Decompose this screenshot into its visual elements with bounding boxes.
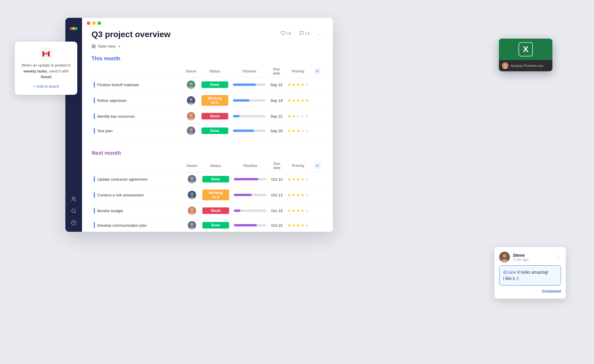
next-month-table: Owner Status Timeline Due date Priority … (92, 160, 323, 232)
col-status: Status (199, 65, 231, 78)
task-name-cell: Test plan (92, 124, 183, 138)
timeline-bar (234, 224, 257, 226)
timeline-bar-container (233, 99, 266, 102)
owner-cell (183, 78, 199, 92)
timeline-bar-container (234, 209, 267, 212)
star-4: ★ (301, 82, 305, 87)
timeline-bar (233, 115, 240, 117)
star-3: ★ (296, 177, 300, 182)
excel-footer: Analysis Pinterest.xlsx (499, 60, 552, 71)
extra-cell (311, 172, 323, 187)
svg-point-19 (190, 114, 193, 117)
maximize-button[interactable] (97, 21, 101, 25)
task-border (94, 222, 95, 228)
table-row[interactable]: Identify key resources Stuck (92, 109, 323, 124)
status-cell: Working on it (199, 92, 231, 109)
timeline-cell (231, 92, 268, 109)
status-badge: Done (202, 222, 229, 229)
star-5: ★ (305, 128, 309, 133)
owner-cell (184, 172, 200, 187)
table-row[interactable]: Conduct a risk assessment Working on it (92, 187, 323, 204)
table-row[interactable]: Update contractor agreement Done (92, 172, 323, 187)
due-date-cell: Sep 15 (268, 78, 285, 92)
reactions-button[interactable]: / 0 (278, 30, 293, 37)
owner-cell (183, 124, 199, 138)
more-button[interactable]: ... (315, 30, 323, 37)
svg-point-13 (190, 82, 193, 85)
svg-rect-8 (92, 45, 93, 46)
sidebar-bottom (70, 195, 78, 227)
task-border (94, 97, 95, 103)
this-month-section: This month Owner Status Timeline Due dat… (92, 56, 323, 138)
timeline-cell (231, 109, 268, 124)
extra-cell (311, 218, 323, 232)
star-2: ★ (292, 82, 296, 87)
reactions-count: / 0 (286, 31, 291, 36)
comments-button[interactable]: / 1 (297, 30, 312, 37)
table-row[interactable]: Refine objectives Working on it (92, 92, 323, 109)
task-name-cell: Identify key resources (92, 109, 183, 124)
comment-menu-button[interactable]: ⋮ (556, 254, 561, 260)
extra-cell (311, 92, 323, 109)
help-icon[interactable] (70, 219, 78, 227)
star-1: ★ (287, 98, 291, 103)
task-name: Identify key resources (97, 114, 135, 119)
owner-cell (183, 109, 199, 124)
status-badge: Working on it (202, 190, 229, 200)
table-row[interactable]: Test plan Done (92, 124, 323, 138)
task-name: Refine objectives (97, 98, 127, 103)
priority-stars: ★★★★★ (287, 177, 309, 182)
star-1: ★ (287, 114, 291, 119)
timeline-bar-container (233, 83, 266, 86)
star-3: ★ (296, 223, 300, 228)
owner-cell (184, 204, 200, 218)
star-3: ★ (296, 193, 300, 197)
gmail-integration-card: When an update is posted in weekly tasks… (15, 42, 77, 95)
star-5: ★ (305, 208, 309, 213)
table-row[interactable]: Monitor budget Stuck (92, 204, 323, 218)
star-2: ★ (292, 128, 296, 133)
priority-cell: ★★★★★ (285, 109, 311, 124)
owner-avatar (188, 175, 196, 183)
star-2: ★ (292, 177, 296, 182)
comment-submit-button[interactable]: Comment (542, 289, 561, 294)
app-logo (69, 23, 78, 32)
people-icon[interactable] (70, 195, 78, 203)
owner-avatar (187, 96, 195, 105)
task-name: Test plan (97, 129, 113, 133)
view-selector[interactable]: Table view (92, 44, 323, 48)
status-cell: Done (199, 78, 231, 92)
col-status-2: Status (200, 160, 231, 172)
extra-cell (311, 78, 323, 92)
search-icon[interactable] (70, 207, 78, 215)
timeline-bar-container (234, 224, 267, 226)
table-row[interactable]: Develop communication plan Done (92, 218, 323, 232)
star-5: ★ (305, 114, 309, 119)
add-column-button-2[interactable]: + (314, 162, 321, 169)
page-title: Q3 project overview (92, 30, 171, 39)
close-button[interactable] (87, 21, 90, 25)
due-date-cell: Sep 19 (268, 92, 285, 109)
priority-stars: ★★★★★ (287, 128, 309, 133)
star-4: ★ (301, 193, 305, 197)
add-to-board-link[interactable]: + Add to board (34, 84, 59, 89)
comment-header: Steve 2 min ago ⋮ (499, 252, 561, 262)
add-column-button[interactable]: + (314, 68, 321, 75)
star-5: ★ (305, 223, 309, 228)
main-content: Q3 project overview / 0 / 1 ... (82, 18, 333, 232)
star-1: ★ (287, 223, 291, 228)
status-badge: Stuck (201, 113, 228, 119)
minimize-button[interactable] (92, 21, 96, 25)
star-5: ★ (305, 193, 309, 197)
timeline-cell (231, 187, 269, 204)
timeline-cell (231, 124, 268, 138)
priority-cell: ★★★★★ (285, 187, 311, 204)
col-owner-2: Owner (184, 160, 200, 172)
extra-cell (311, 124, 323, 138)
svg-point-28 (190, 193, 193, 196)
status-cell: Stuck (200, 204, 231, 218)
table-row[interactable]: Finalize kickoff materials Done (92, 78, 323, 92)
next-month-section: Next month Owner Status Timeline Due dat… (92, 150, 323, 232)
comment-mention: @Jane (503, 270, 516, 275)
commenter-avatar (499, 252, 510, 262)
